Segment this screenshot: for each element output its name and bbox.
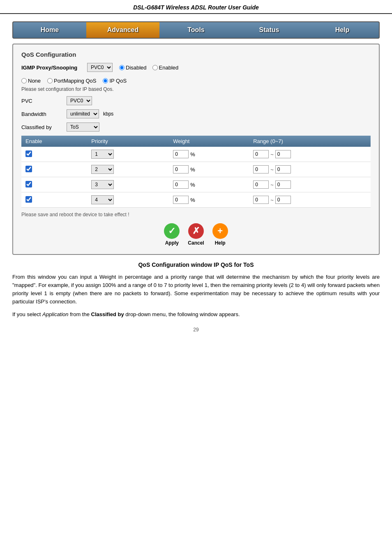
body-paragraph-2: If you select Application from the Class… bbox=[12, 310, 380, 319]
qos-portmapping-label: PortMapping QoS bbox=[54, 78, 96, 84]
range-tilde: ~ bbox=[270, 151, 274, 157]
range-cell: ~ bbox=[249, 192, 371, 208]
enable-checkbox-4[interactable] bbox=[25, 196, 32, 203]
enable-checkbox-1[interactable] bbox=[25, 150, 32, 157]
qos-portmapping-radio[interactable] bbox=[47, 78, 53, 83]
enable-cell bbox=[21, 192, 87, 208]
ip-qos-desc: Please set configuration for IP based Qo… bbox=[21, 86, 371, 92]
priority-select-3[interactable]: 1234567 bbox=[91, 180, 114, 189]
enabled-radio[interactable] bbox=[152, 65, 158, 70]
range-from-2[interactable] bbox=[253, 165, 269, 173]
range-cell: ~ bbox=[249, 147, 371, 162]
priority-select-1[interactable]: 1234567 bbox=[91, 150, 114, 159]
qos-none-radio[interactable] bbox=[21, 78, 27, 83]
section-title: QoS Configuration bbox=[21, 51, 371, 58]
below-content: QoS Configuration window IP QoS for ToS … bbox=[12, 261, 380, 333]
qos-portmapping-option[interactable]: PortMapping QoS bbox=[47, 78, 96, 84]
col-enable: Enable bbox=[21, 136, 87, 147]
bandwidth-select[interactable]: unlimited bbox=[67, 109, 99, 118]
enable-cell bbox=[21, 147, 87, 162]
nav-tools[interactable]: Tools bbox=[159, 22, 233, 38]
weight-input-2[interactable] bbox=[173, 165, 189, 173]
nav-advanced[interactable]: Advanced bbox=[86, 22, 159, 38]
range-from-3[interactable] bbox=[253, 180, 269, 189]
action-row: ✓ Apply ✗ Cancel + Help bbox=[21, 223, 371, 246]
priority-select-4[interactable]: 1234567 bbox=[91, 195, 114, 204]
disabled-label: Disabled bbox=[126, 65, 147, 71]
percent-symbol: % bbox=[190, 166, 195, 173]
below-caption: QoS Configuration window IP QoS for ToS bbox=[12, 261, 380, 268]
enabled-option[interactable]: Enabled bbox=[152, 65, 179, 71]
percent-symbol: % bbox=[190, 182, 195, 188]
col-range: Range (0~7) bbox=[249, 136, 371, 147]
nav-status[interactable]: Status bbox=[233, 22, 306, 38]
help-button[interactable]: + Help bbox=[212, 223, 228, 246]
nav-bar: Home Advanced Tools Status Help bbox=[12, 21, 380, 39]
weight-cell: % bbox=[169, 147, 249, 162]
range-to-2[interactable] bbox=[275, 165, 291, 173]
classified-by-label: Classified by bbox=[21, 124, 62, 130]
pvc-field-row: PVC PVC0 bbox=[21, 96, 371, 105]
range-from-1[interactable] bbox=[253, 150, 269, 158]
qos-none-label: None bbox=[28, 78, 41, 84]
cancel-button[interactable]: ✗ Cancel bbox=[188, 223, 204, 246]
range-to-1[interactable] bbox=[275, 150, 291, 158]
range-to-4[interactable] bbox=[275, 196, 291, 204]
weight-cell: % bbox=[169, 162, 249, 177]
pvc-label: PVC bbox=[21, 98, 62, 104]
para2-mid: from the bbox=[69, 311, 91, 317]
bandwidth-label: Bandwidth bbox=[21, 111, 62, 117]
range-tilde: ~ bbox=[270, 182, 274, 188]
table-row: 1234567%~ bbox=[21, 147, 371, 162]
qos-none-option[interactable]: None bbox=[21, 78, 41, 84]
qos-ipqos-radio[interactable] bbox=[103, 78, 108, 83]
para2-italic: Application bbox=[42, 311, 69, 317]
cancel-label: Cancel bbox=[188, 240, 204, 246]
percent-symbol: % bbox=[190, 151, 195, 157]
col-weight: Weight bbox=[169, 136, 249, 147]
weight-input-1[interactable] bbox=[173, 150, 189, 158]
pvc-select[interactable]: PVC0 bbox=[67, 96, 92, 105]
table-row: 1234567%~ bbox=[21, 162, 371, 177]
page-header: DSL-G684T Wireless ADSL Router User Guid… bbox=[0, 0, 392, 14]
apply-button[interactable]: ✓ Apply bbox=[164, 223, 180, 246]
page-number: 29 bbox=[12, 327, 380, 333]
range-cell: ~ bbox=[249, 177, 371, 192]
para2-bold: Classified by bbox=[91, 311, 124, 317]
qos-ipqos-option[interactable]: IP QoS bbox=[103, 78, 127, 84]
igmp-pvc-select[interactable]: PVC0 PVC1 PVC2 bbox=[87, 63, 113, 72]
enable-cell bbox=[21, 177, 87, 192]
help-icon: + bbox=[212, 223, 228, 239]
percent-symbol: % bbox=[190, 197, 195, 203]
help-label: Help bbox=[215, 240, 226, 246]
nav-help[interactable]: Help bbox=[306, 22, 379, 38]
igmp-row: IGMP Proxy/Snooping PVC0 PVC1 PVC2 Disab… bbox=[21, 63, 371, 72]
range-to-3[interactable] bbox=[275, 180, 291, 189]
range-from-4[interactable] bbox=[253, 196, 269, 204]
weight-input-3[interactable] bbox=[173, 180, 189, 189]
igmp-label: IGMP Proxy/Snooping bbox=[21, 65, 83, 71]
weight-cell: % bbox=[169, 192, 249, 208]
document-title: DSL-G684T Wireless ADSL Router User Guid… bbox=[133, 4, 259, 11]
priority-cell: 1234567 bbox=[87, 162, 169, 177]
qos-type-row: None PortMapping QoS IP QoS bbox=[21, 78, 371, 84]
kbps-label: kbps bbox=[103, 111, 113, 117]
apply-label: Apply bbox=[165, 240, 179, 246]
table-row: 1234567%~ bbox=[21, 177, 371, 192]
range-tilde: ~ bbox=[270, 197, 274, 203]
nav-home[interactable]: Home bbox=[13, 22, 86, 38]
enable-cell bbox=[21, 162, 87, 177]
table-row: 1234567%~ bbox=[21, 192, 371, 208]
range-tilde: ~ bbox=[270, 166, 274, 173]
disabled-radio[interactable] bbox=[119, 65, 125, 70]
weight-input-4[interactable] bbox=[173, 196, 189, 204]
col-priority: Priority bbox=[87, 136, 169, 147]
priority-table: Enable Priority Weight Range (0~7) 12345… bbox=[21, 136, 371, 208]
classified-by-select[interactable]: ToS Application bbox=[67, 123, 99, 132]
disabled-option[interactable]: Disabled bbox=[119, 65, 147, 71]
enable-checkbox-3[interactable] bbox=[25, 181, 32, 187]
priority-cell: 1234567 bbox=[87, 147, 169, 162]
priority-cell: 1234567 bbox=[87, 177, 169, 192]
priority-select-2[interactable]: 1234567 bbox=[91, 165, 114, 174]
enable-checkbox-2[interactable] bbox=[25, 166, 32, 172]
